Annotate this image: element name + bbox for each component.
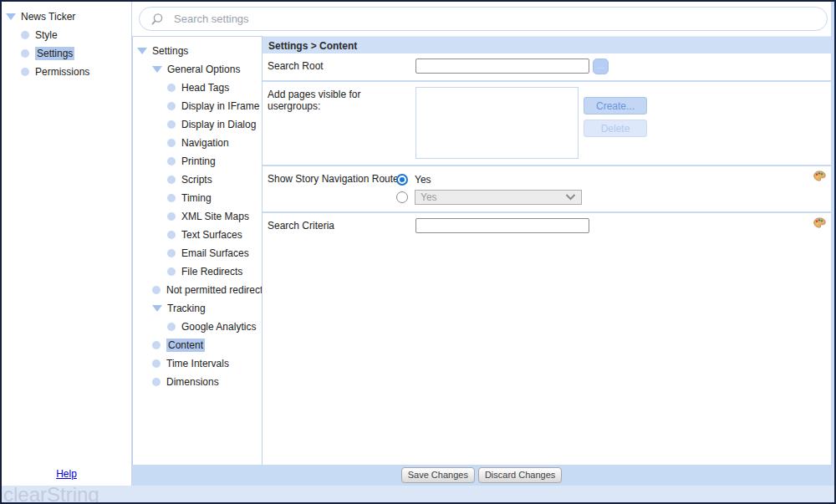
right-column: Settings General Options Head Tags Displ…: [132, 2, 834, 486]
tree-item-email-surfaces[interactable]: Email Surfaces: [133, 244, 262, 262]
action-bar: Save Changes Discard Changes: [132, 465, 831, 486]
search-root-input[interactable]: [415, 59, 589, 74]
sidebar-tree: News Ticker Style Settings Permissions: [2, 2, 131, 468]
tree-item-not-permitted-redirection[interactable]: Not permitted redirection: [133, 281, 262, 299]
sidebar-item-label: Permissions: [35, 66, 89, 78]
tree-item-display-in-iframe[interactable]: Display in IFrame: [133, 97, 262, 115]
sidebar-item-settings[interactable]: Settings: [2, 44, 131, 63]
tree-item-time-intervals[interactable]: Time Intervals: [133, 354, 262, 373]
dot-icon: [167, 212, 176, 221]
dot-icon: [21, 49, 29, 58]
tree-item-label: XML Site Maps: [181, 211, 249, 222]
tree-item-head-tags[interactable]: Head Tags: [133, 79, 262, 97]
story-nav-options: Yes Yes: [396, 171, 582, 206]
discard-changes-button[interactable]: Discard Changes: [478, 467, 562, 483]
dot-icon: [167, 102, 176, 110]
tree-item-label: Scripts: [181, 174, 212, 186]
search-strip: [132, 2, 831, 36]
search-criteria-label: Search Criteria: [268, 218, 415, 232]
tree-item-label: Text Surfaces: [181, 229, 242, 241]
tree-item-label: Navigation: [181, 137, 229, 149]
brand-logo-text: clearString: [3, 486, 99, 502]
palette-icon[interactable]: [813, 171, 826, 181]
dot-icon: [21, 68, 29, 76]
tree-item-label: Dimensions: [166, 376, 219, 388]
save-changes-button[interactable]: Save Changes: [401, 467, 475, 483]
settings-tree-panel: Settings General Options Head Tags Displ…: [132, 36, 263, 465]
tree-item-file-redirects[interactable]: File Redirects: [133, 262, 262, 281]
search-criteria-row: Search Criteria: [263, 213, 831, 239]
dot-icon: [21, 31, 29, 39]
dot-icon: [152, 286, 161, 294]
tree-item-label: Head Tags: [181, 82, 229, 94]
delete-button[interactable]: Delete: [584, 120, 647, 137]
sidebar-item-permissions[interactable]: Permissions: [2, 63, 131, 81]
sidebar-item-label: Style: [35, 29, 58, 41]
radio-yes-label: Yes: [415, 174, 431, 186]
tree-item-label: Printing: [181, 155, 216, 167]
tree-item-label: Email Surfaces: [181, 247, 249, 259]
tree-item-label: Display in IFrame: [181, 100, 259, 112]
dot-icon: [167, 84, 176, 92]
help-link[interactable]: Help: [56, 468, 77, 480]
dot-icon: [167, 249, 176, 257]
tree-item-printing[interactable]: Printing: [133, 152, 262, 171]
app-window: News Ticker Style Settings Permissions H…: [0, 0, 836, 504]
triangle-down-icon[interactable]: [6, 13, 16, 20]
tree-item-general-options[interactable]: General Options: [133, 60, 262, 79]
tree-item-tracking[interactable]: Tracking: [133, 299, 262, 318]
tree-item-timing[interactable]: Timing: [133, 189, 262, 207]
sidebar: News Ticker Style Settings Permissions H…: [2, 2, 132, 486]
tree-item-label: Settings: [152, 45, 188, 57]
tree-item-label: File Redirects: [181, 266, 242, 277]
content-panel: Settings > Content Search Root ... Add p…: [263, 36, 831, 465]
tree-item-dimensions[interactable]: Dimensions: [133, 373, 262, 391]
tree-item-label: Google Analytics: [181, 321, 256, 333]
search-input[interactable]: [174, 13, 818, 25]
search-root-row: Search Root ...: [263, 53, 831, 82]
tree-item-content[interactable]: Content: [133, 336, 262, 354]
search-criteria-input[interactable]: [415, 218, 589, 233]
triangle-down-icon[interactable]: [152, 305, 162, 312]
browse-button[interactable]: ...: [593, 59, 609, 74]
tree-item-scripts[interactable]: Scripts: [133, 171, 262, 189]
sidebar-item-news-ticker[interactable]: News Ticker: [2, 8, 131, 26]
tree-item-settings[interactable]: Settings: [133, 42, 262, 60]
story-nav-row: Show Story Navigation Route Yes Yes: [263, 166, 831, 213]
dot-icon: [152, 378, 161, 386]
tree-item-xml-site-maps[interactable]: XML Site Maps: [133, 207, 262, 226]
tree-item-label: Not permitted redirection: [166, 284, 263, 296]
dot-icon: [167, 157, 176, 165]
tree-item-navigation[interactable]: Navigation: [133, 134, 262, 152]
dot-icon: [152, 359, 161, 368]
radio-yes[interactable]: [396, 174, 408, 186]
story-nav-select-value: Yes: [421, 191, 437, 203]
palette-icon[interactable]: [813, 217, 826, 228]
tree-item-text-surfaces[interactable]: Text Surfaces: [133, 226, 262, 244]
breadcrumb: Settings > Content: [263, 36, 831, 53]
dot-icon: [167, 231, 176, 239]
usergroups-row: Add pages visible for usergroups: Create…: [263, 82, 831, 166]
tree-item-google-analytics[interactable]: Google Analytics: [133, 318, 262, 336]
story-nav-select[interactable]: Yes: [415, 190, 582, 205]
help-row: Help: [2, 468, 131, 486]
sidebar-item-style[interactable]: Style: [2, 26, 131, 44]
usergroups-label: Add pages visible for usergroups:: [268, 87, 415, 112]
usergroups-listbox[interactable]: [415, 87, 579, 159]
dot-icon: [152, 341, 161, 349]
search-root-label: Search Root: [268, 59, 415, 72]
sidebar-item-label-selected: Settings: [35, 47, 74, 60]
settings-search-box[interactable]: [139, 7, 828, 31]
panels: Settings General Options Head Tags Displ…: [132, 36, 831, 465]
dot-icon: [167, 323, 176, 331]
tree-item-label: Tracking: [167, 303, 206, 314]
tree-item-display-in-dialog[interactable]: Display in Dialog: [133, 115, 262, 134]
dot-icon: [167, 139, 176, 147]
triangle-down-icon[interactable]: [137, 48, 147, 54]
content-filler: [263, 239, 831, 465]
triangle-down-icon[interactable]: [152, 66, 162, 73]
radio-select[interactable]: [396, 191, 408, 203]
tree-item-label-selected: Content: [166, 339, 205, 352]
story-nav-option-yes: Yes: [396, 171, 582, 188]
create-button[interactable]: Create...: [584, 97, 647, 115]
